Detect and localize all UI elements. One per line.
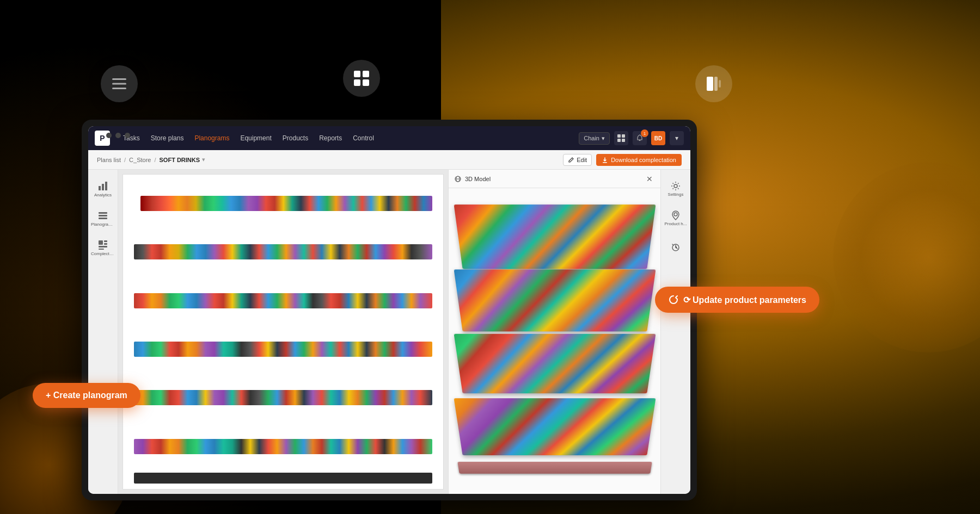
shelf-strip-5 bbox=[134, 390, 432, 405]
svg-rect-17 bbox=[102, 184, 104, 190]
svg-point-31 bbox=[674, 213, 677, 216]
svg-rect-26 bbox=[99, 249, 104, 250]
product-location-icon bbox=[671, 210, 681, 220]
nav-right-controls: Chain ▾ bbox=[579, 131, 684, 145]
model-panel-header: 3D Model ✕ bbox=[449, 170, 660, 188]
svg-rect-5 bbox=[354, 79, 360, 86]
product-location-label: Product h... bbox=[665, 221, 687, 226]
breadcrumb-sep-1: / bbox=[124, 157, 126, 163]
floating-grid-button[interactable] bbox=[343, 60, 380, 97]
camera-dot-2 bbox=[115, 133, 121, 138]
right-panel-product[interactable]: Product h... bbox=[664, 205, 688, 232]
svg-rect-2 bbox=[112, 88, 126, 89]
shelf-row-4 bbox=[134, 326, 432, 373]
3d-shelf-base bbox=[457, 462, 652, 474]
shelf-row-6 bbox=[134, 423, 432, 470]
floating-menu-button[interactable] bbox=[101, 65, 138, 102]
nav-notification-btn[interactable]: 1 bbox=[633, 131, 647, 145]
model-panel-close-btn[interactable]: ✕ bbox=[644, 174, 655, 184]
nav-item-products[interactable]: Products bbox=[277, 126, 314, 150]
breadcrumb-store[interactable]: C_Store bbox=[129, 157, 151, 163]
update-icon bbox=[668, 294, 679, 305]
svg-rect-8 bbox=[714, 77, 718, 91]
app-navbar: P Tasks Store plans Planograms Equipment… bbox=[88, 126, 690, 150]
chain-dropdown-icon: ▾ bbox=[602, 135, 605, 142]
shelf-rows-container bbox=[123, 175, 443, 489]
3d-shelf-2 bbox=[454, 269, 655, 331]
nav-item-reports[interactable]: Reports bbox=[314, 126, 347, 150]
update-product-parameters-button[interactable]: ⟳ Update product parameters bbox=[655, 287, 819, 313]
nav-item-equipment[interactable]: Equipment bbox=[235, 126, 277, 150]
settings-icon bbox=[671, 181, 681, 191]
svg-rect-6 bbox=[363, 79, 369, 86]
nav-item-planograms[interactable]: Planograms bbox=[189, 126, 235, 150]
chain-select[interactable]: Chain ▾ bbox=[579, 132, 610, 145]
svg-rect-3 bbox=[354, 71, 360, 77]
right-panel-history[interactable] bbox=[664, 234, 688, 261]
svg-rect-0 bbox=[112, 78, 126, 80]
edit-button[interactable]: Edit bbox=[563, 154, 592, 166]
3d-shelf-4 bbox=[454, 399, 655, 456]
shelf-strip-4 bbox=[134, 342, 432, 357]
svg-rect-7 bbox=[707, 77, 713, 91]
hamburger-icon bbox=[112, 78, 126, 89]
user-dropdown-btn[interactable]: ▾ bbox=[670, 131, 684, 145]
planogram-icon bbox=[97, 210, 108, 221]
svg-rect-13 bbox=[622, 139, 625, 142]
notification-badge: 1 bbox=[641, 129, 648, 137]
sidebar-analytics-label: Analytics bbox=[94, 193, 112, 197]
laptop-outer: P Tasks Store plans Planograms Equipment… bbox=[82, 120, 697, 500]
svg-rect-1 bbox=[112, 83, 126, 85]
nav-item-store-plans[interactable]: Store plans bbox=[145, 126, 189, 150]
floating-compare-button[interactable] bbox=[695, 65, 732, 102]
3d-shelf-container bbox=[454, 203, 656, 479]
camera-dot-1 bbox=[106, 133, 112, 138]
svg-rect-10 bbox=[617, 134, 621, 138]
sidebar-planograms-label: Planogram... bbox=[91, 222, 115, 227]
main-content: Analytics Planogram... bbox=[88, 170, 690, 494]
model-panel: 3D Model ✕ bbox=[448, 170, 660, 494]
shelf-row-5 bbox=[134, 374, 432, 421]
shelf-bottom-bar bbox=[134, 473, 432, 484]
sidebar-planograms[interactable]: Planogram... bbox=[91, 205, 115, 232]
nav-grid-icon-btn[interactable] bbox=[614, 131, 628, 145]
model-panel-title: 3D Model bbox=[465, 176, 641, 182]
3d-shelf-3 bbox=[454, 334, 655, 394]
nav-item-control[interactable]: Control bbox=[347, 126, 379, 150]
create-planogram-button[interactable]: + Create planogram bbox=[33, 383, 140, 408]
svg-rect-15 bbox=[603, 162, 607, 163]
sidebar-complecta-label: Complecta... bbox=[91, 251, 115, 256]
download-icon bbox=[602, 157, 608, 163]
shelf-strip-1 bbox=[140, 196, 432, 211]
breadcrumb-dropdown-icon[interactable]: ▾ bbox=[202, 156, 205, 163]
svg-rect-12 bbox=[617, 139, 621, 142]
svg-rect-11 bbox=[622, 134, 625, 138]
user-avatar[interactable]: BD bbox=[651, 131, 665, 145]
shelf-row-1 bbox=[134, 180, 432, 227]
svg-rect-25 bbox=[99, 246, 107, 247]
breadcrumb-current: SOFT DRINKS bbox=[160, 157, 200, 163]
sidebar-complecta[interactable]: Complecta... bbox=[91, 234, 115, 261]
svg-rect-19 bbox=[99, 212, 107, 214]
sidebar-analytics[interactable]: Analytics bbox=[91, 175, 115, 202]
svg-rect-18 bbox=[105, 182, 107, 190]
svg-rect-24 bbox=[104, 243, 107, 245]
right-panel-settings[interactable]: Settings bbox=[664, 175, 688, 202]
download-button[interactable]: Download complectation bbox=[596, 154, 682, 166]
complecta-icon bbox=[97, 239, 108, 250]
svg-rect-21 bbox=[99, 218, 107, 219]
svg-rect-20 bbox=[99, 215, 107, 216]
model-panel-3d-content bbox=[449, 188, 660, 494]
breadcrumb-plans-list[interactable]: Plans list bbox=[97, 157, 121, 163]
laptop-screen: P Tasks Store plans Planograms Equipment… bbox=[88, 126, 690, 494]
edit-icon bbox=[568, 157, 574, 163]
planogram-canvas[interactable] bbox=[122, 174, 444, 490]
3d-shelf-rows bbox=[454, 203, 656, 479]
grid-icon bbox=[353, 70, 370, 87]
nav-grid-icon bbox=[617, 134, 625, 142]
planogram-background bbox=[118, 170, 448, 494]
svg-rect-22 bbox=[99, 240, 103, 245]
planogram-canvas-area[interactable] bbox=[118, 170, 448, 494]
svg-rect-4 bbox=[363, 71, 369, 77]
nav-item-tasks[interactable]: Tasks bbox=[118, 126, 145, 150]
